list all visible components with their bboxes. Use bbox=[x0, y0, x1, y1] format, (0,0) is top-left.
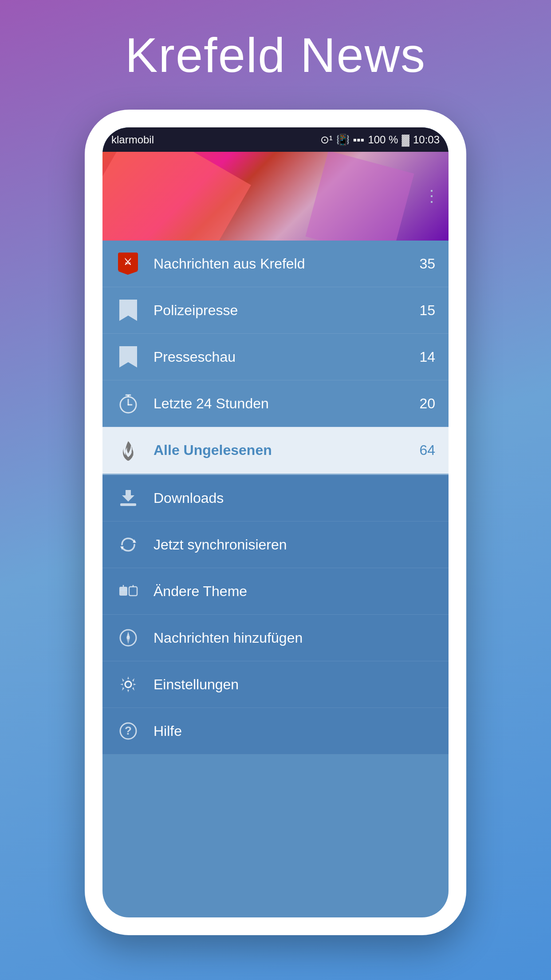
action-section: Downloads Jetzt synchronisieren bbox=[102, 475, 449, 755]
svg-marker-1 bbox=[118, 271, 138, 275]
nav-item-presseschau[interactable]: Presseschau 14 bbox=[102, 334, 449, 380]
nav-item-nachrichten[interactable]: ⚔ Nachrichten aus Krefeld 35 bbox=[102, 241, 449, 287]
nav-item-alleungelesenen[interactable]: Alle Ungelesenen 64 bbox=[102, 427, 449, 474]
nav-count-polizeipresse: 15 bbox=[419, 302, 435, 319]
time-label: 10:03 bbox=[413, 134, 440, 146]
nav-count-presseschau: 14 bbox=[419, 349, 435, 365]
svg-rect-10 bbox=[120, 503, 136, 506]
action-label-settings: Einstellungen bbox=[153, 676, 435, 693]
action-label-help: Hilfe bbox=[153, 723, 435, 739]
help-icon: ? bbox=[116, 719, 140, 743]
nav-count-nachrichten: 35 bbox=[419, 256, 435, 272]
action-label-add-news: Nachrichten hinzufügen bbox=[153, 630, 435, 646]
krefeld-icon: ⚔ bbox=[116, 252, 140, 276]
status-icons: ⊙¹ 📳 ▪▪▪ 100 % ▓ 10:03 bbox=[320, 134, 440, 146]
phone-screen: klarmobil ⊙¹ 📳 ▪▪▪ 100 % ▓ 10:03 ⋮ bbox=[102, 127, 449, 917]
action-item-settings[interactable]: Einstellungen bbox=[102, 661, 449, 708]
nav-section: ⚔ Nachrichten aus Krefeld 35 Polizeipres… bbox=[102, 241, 449, 474]
nav-label-polizeipresse: Polizeipresse bbox=[153, 302, 419, 319]
carrier-label: klarmobil bbox=[111, 134, 154, 146]
svg-text:⚔: ⚔ bbox=[124, 257, 132, 267]
svg-rect-14 bbox=[119, 587, 127, 596]
theme-icon bbox=[116, 579, 140, 604]
nav-item-letzte24[interactable]: Letzte 24 Stunden 20 bbox=[102, 380, 449, 427]
action-label-theme: Ändere Theme bbox=[153, 583, 435, 600]
download-icon bbox=[116, 486, 140, 510]
battery-icon: ▓ bbox=[401, 134, 409, 146]
vibrate-icon: 📳 bbox=[336, 134, 350, 146]
bookmark-icon-press bbox=[116, 345, 140, 369]
nav-count-alleungelesenen: 64 bbox=[419, 442, 435, 458]
fire-icon bbox=[116, 438, 140, 462]
action-label-sync: Jetzt synchronisieren bbox=[153, 537, 435, 553]
action-item-theme[interactable]: Ändere Theme bbox=[102, 568, 449, 615]
overflow-menu-button[interactable]: ⋮ bbox=[424, 187, 440, 205]
bookmark-icon-police bbox=[116, 298, 140, 323]
status-bar: klarmobil ⊙¹ 📳 ▪▪▪ 100 % ▓ 10:03 bbox=[102, 127, 449, 152]
nav-item-polizeipresse[interactable]: Polizeipresse 15 bbox=[102, 287, 449, 334]
phone-frame: klarmobil ⊙¹ 📳 ▪▪▪ 100 % ▓ 10:03 ⋮ bbox=[85, 110, 466, 935]
svg-point-22 bbox=[127, 636, 130, 639]
svg-text:?: ? bbox=[125, 724, 132, 737]
timer-icon bbox=[116, 391, 140, 416]
compass-icon bbox=[116, 626, 140, 650]
nav-count-letzte24: 20 bbox=[419, 395, 435, 412]
svg-point-24 bbox=[125, 681, 131, 688]
nav-label-letzte24: Letzte 24 Stunden bbox=[153, 395, 419, 412]
action-label-downloads: Downloads bbox=[153, 490, 435, 506]
action-item-add-news[interactable]: Nachrichten hinzufügen bbox=[102, 615, 449, 661]
svg-marker-3 bbox=[119, 300, 137, 321]
wifi-icon: ⊙¹ bbox=[320, 134, 333, 146]
header-image: ⋮ bbox=[102, 152, 449, 241]
sync-icon bbox=[116, 533, 140, 557]
nav-label-presseschau: Presseschau bbox=[153, 349, 419, 365]
settings-icon bbox=[116, 672, 140, 697]
svg-marker-4 bbox=[119, 346, 137, 368]
svg-rect-15 bbox=[129, 587, 137, 596]
action-item-downloads[interactable]: Downloads bbox=[102, 475, 449, 522]
app-title: Krefeld News bbox=[125, 27, 426, 83]
battery-label: 100 % bbox=[368, 134, 398, 146]
signal-icon: ▪▪▪ bbox=[353, 134, 365, 146]
nav-label-alleungelesenen: Alle Ungelesenen bbox=[153, 442, 419, 458]
action-item-help[interactable]: ? Hilfe bbox=[102, 708, 449, 755]
action-item-sync[interactable]: Jetzt synchronisieren bbox=[102, 522, 449, 568]
nav-label-nachrichten: Nachrichten aus Krefeld bbox=[153, 256, 419, 272]
svg-marker-11 bbox=[122, 490, 134, 502]
